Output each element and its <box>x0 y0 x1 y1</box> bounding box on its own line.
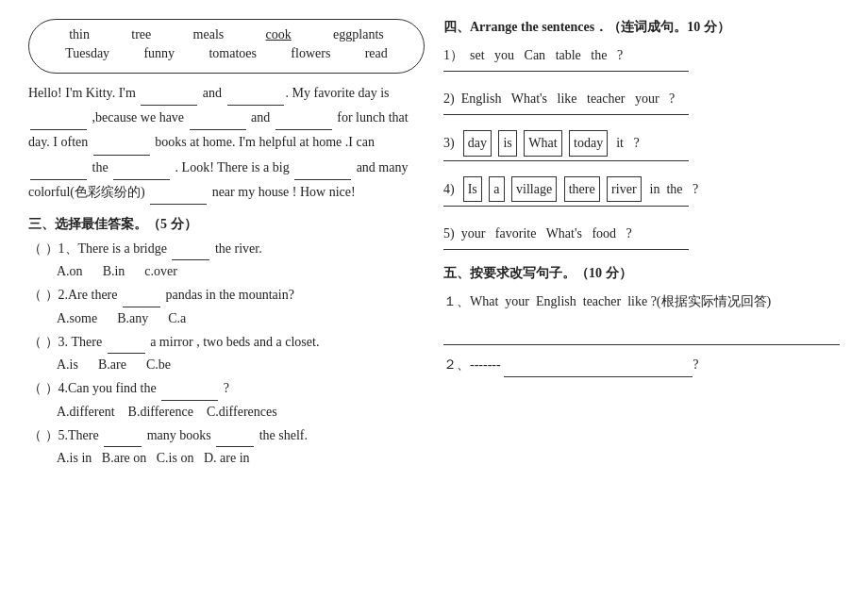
opt-5a: A.is in <box>57 451 92 465</box>
mc-options-2: A.some B.any C.a <box>57 311 425 326</box>
mc-item-4: （ ）4.Can you find the ? <box>28 378 425 400</box>
blank-6 <box>93 130 150 155</box>
boxed-what: What <box>524 130 561 156</box>
section5-title: 五、按要求改写句子。（10 分） <box>443 265 840 282</box>
word-the-4: the <box>666 182 682 196</box>
word-funny: funny <box>143 46 175 61</box>
opt-1b: B.in <box>103 264 125 278</box>
opt-5c: C.is on <box>157 451 194 465</box>
opt-4b: B.difference <box>128 405 193 419</box>
opt-1c: c.over <box>144 264 177 278</box>
mc-paren-4: （ ） <box>28 381 58 395</box>
word-can: Can <box>525 48 546 62</box>
answer-line-3 <box>443 160 689 161</box>
boxed-there: there <box>564 176 600 202</box>
blank-9 <box>294 156 351 180</box>
sentence-1-num: 1） <box>443 48 463 62</box>
word-in-4: in <box>650 182 660 196</box>
blank-mc5b <box>216 425 254 447</box>
sentence-3: 3) day is What today it ? <box>443 130 840 160</box>
word-your-2: your <box>635 91 659 106</box>
sentence-4-num: 4) <box>443 182 455 196</box>
blank-2 <box>227 81 284 106</box>
blank-5 <box>275 106 332 130</box>
mc-paren-2: （ ） <box>28 288 58 302</box>
blank-3 <box>30 106 87 130</box>
mc-paren-3: （ ） <box>28 335 58 349</box>
page-container: thin tree meals cook eggplants Tuesday f… <box>28 19 840 472</box>
opt-4c: C.differences <box>207 405 277 419</box>
mc-options-5: A.is in B.are on C.is on D. are in <box>57 451 425 466</box>
mc-paren-5: （ ） <box>28 428 58 442</box>
answer-line-1 <box>443 71 689 72</box>
section5-line-1 <box>443 328 840 345</box>
left-column: thin tree meals cook eggplants Tuesday f… <box>28 19 425 472</box>
word-whats-2: What's <box>511 91 547 106</box>
answer-line-s5-1 <box>443 328 840 345</box>
word-q1: ? <box>617 48 623 62</box>
sentence-2: 2) English What's like teacher your ? <box>443 87 840 115</box>
mc-options-4: A.different B.difference C.differences <box>57 405 425 420</box>
word-favorite: favorite <box>495 226 537 241</box>
word-read: read <box>365 46 388 61</box>
answer-line-4 <box>443 206 689 207</box>
sentence-5-num: 5) <box>443 226 455 241</box>
sentence-1: 1） set you Can table the ? <box>443 43 840 72</box>
opt-1a: A.on <box>57 264 83 278</box>
right-column: 四、Arrange the sentences．（连词成句。10 分） 1） s… <box>443 19 840 472</box>
blank-mc2 <box>123 285 160 307</box>
word-english: English <box>461 91 502 106</box>
word-eggplants: eggplants <box>333 27 384 42</box>
word-meals: meals <box>193 27 225 42</box>
boxed-river: river <box>607 176 641 202</box>
word-table: table <box>556 48 581 62</box>
mc-item-1: （ ）1、There is a bridge the river. <box>28 239 425 260</box>
blank-4 <box>190 106 246 130</box>
intro-paragraph: Hello! I'm Kitty. I'm and . My favorite … <box>28 81 425 205</box>
word-box: thin tree meals cook eggplants Tuesday f… <box>28 19 425 74</box>
opt-3a: A.is <box>57 357 78 372</box>
boxed-today: today <box>569 130 608 156</box>
word-row-1: thin tree meals cook eggplants <box>48 27 405 42</box>
blank-mc3 <box>108 332 145 354</box>
word-whats-5: What's <box>546 226 582 241</box>
word-thin: thin <box>69 27 90 42</box>
boxed-is: is <box>498 130 516 156</box>
word-q4: ? <box>693 182 698 196</box>
word-set: set <box>470 48 485 62</box>
section5-item-1: １、What your English teacher like ?(根据实际情… <box>443 290 840 313</box>
mc-item-5: （ ）5.There many books the shelf. <box>28 425 425 447</box>
opt-3b: B.are <box>98 357 126 372</box>
boxed-day: day <box>463 130 492 156</box>
sentence-2-num: 2) <box>443 91 455 106</box>
word-q5: ? <box>626 226 632 241</box>
word-teacher: teacher <box>587 91 625 106</box>
answer-line-2 <box>443 114 689 115</box>
opt-4a: A.different <box>57 405 115 419</box>
word-tree: tree <box>131 27 151 42</box>
opt-3c: C.be <box>146 357 171 372</box>
word-tuesday: Tuesday <box>65 46 109 61</box>
opt-2a: A.some <box>57 311 97 325</box>
word-food: food <box>592 226 616 241</box>
blank-10 <box>150 180 207 205</box>
boxed-village: village <box>511 176 557 202</box>
mc-item-2: （ ）2.Are there pandas in the mountain? <box>28 285 425 307</box>
blank-1 <box>141 81 197 106</box>
section4-title: 四、Arrange the sentences．（连词成句。10 分） <box>443 19 840 36</box>
word-it: it <box>616 136 624 150</box>
word-cook: cook <box>266 27 292 42</box>
word-the-1: the <box>591 48 607 62</box>
opt-5b: B.are on <box>102 451 146 465</box>
mc-paren-1: （ ） <box>28 241 58 256</box>
word-you: you <box>494 48 514 62</box>
answer-line-5 <box>443 249 689 250</box>
section5-item-2: ２、------- ? <box>443 353 840 377</box>
blank-mc5a <box>104 425 142 447</box>
word-row-2: Tuesday funny tomatoes flowers read <box>48 46 405 61</box>
sentence-4: 4) Is a village there river in the ? <box>443 176 840 207</box>
sentence-5: 5) your favorite What's food ? <box>443 222 840 250</box>
word-tomatoes: tomatoes <box>209 46 257 61</box>
word-q2: ? <box>669 91 675 106</box>
section3-title: 三、选择最佳答案。（5 分） <box>28 216 425 233</box>
